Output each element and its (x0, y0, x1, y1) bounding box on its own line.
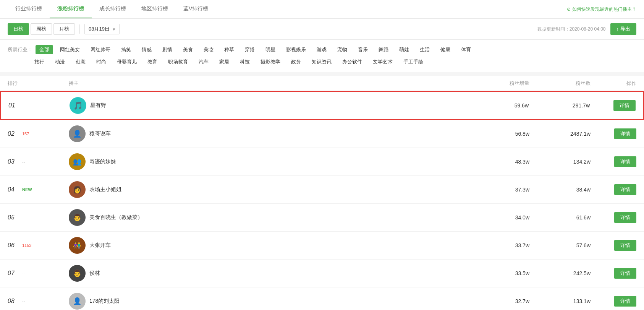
rank-cell: 03 -- (8, 158, 69, 165)
action-cell: 详情 (598, 296, 636, 307)
btn-week[interactable]: 周榜 (31, 23, 52, 35)
fans-growth: 33.5w (476, 270, 537, 276)
action-cell: 详情 (598, 156, 636, 167)
creator-cell: 👨 侯林 (69, 265, 476, 282)
creator-cell: 👤 178的刘太阳 (69, 293, 476, 310)
toolbar: 日榜 周榜 月榜 08月19日 ▾ 数据更新时间：2020-08-20 04:0… (0, 19, 644, 40)
rank-cell: 05 -- (8, 214, 69, 221)
detail-button[interactable]: 详情 (614, 212, 636, 223)
detail-button[interactable]: 详情 (614, 128, 636, 139)
action-cell: 详情 (598, 212, 636, 223)
filter-tag-bgr[interactable]: 办公软件 (338, 57, 366, 67)
filter-tag-lx[interactable]: 旅行 (31, 57, 48, 67)
col-fans-count: 粉丝数 (537, 80, 598, 87)
export-button[interactable]: ↑ 导出 (610, 23, 637, 35)
help-link[interactable]: ⊙ 如何快速发现最近的热门播主？ (567, 6, 636, 13)
toolbar-left: 日榜 周榜 月榜 08月19日 ▾ (8, 23, 120, 35)
detail-button[interactable]: 详情 (614, 240, 636, 251)
filter-tag-wd[interactable]: 舞蹈 (375, 45, 392, 54)
action-cell: 详情 (598, 128, 636, 139)
btn-day[interactable]: 日榜 (8, 23, 29, 35)
filter-tag-nhsg[interactable]: 网红帅哥 (87, 45, 114, 54)
creator-cell: 🎵 星有野 (70, 97, 475, 114)
detail-button[interactable]: 详情 (614, 184, 636, 195)
fans-count: 134.2w (537, 159, 598, 165)
filter-tag-zc[interactable]: 种草 (220, 45, 238, 54)
rank-cell: 08 -- (8, 298, 69, 305)
filter-tag-qiche[interactable]: 汽车 (195, 57, 212, 67)
creator-name: 星有野 (90, 102, 106, 109)
filter-tag-mw[interactable]: 萌娃 (395, 45, 413, 54)
table-row: 05 -- 👨 美食百晓生（教做菜） 34.0w 61.6w 详情 (0, 204, 644, 232)
filter-tag-jk[interactable]: 健康 (437, 45, 454, 54)
filter-tag-syjx[interactable]: 摄影教学 (257, 57, 284, 67)
rank-change: -- (22, 271, 25, 276)
rank-change: -- (22, 299, 25, 304)
nav-tabs: 行业排行榜 涨粉排行榜 成长排行榜 地区排行榜 蓝V排行榜 (8, 0, 216, 18)
filter-tag-zw[interactable]: 政务 (287, 57, 305, 67)
detail-button[interactable]: 详情 (614, 156, 636, 167)
export-icon: ↑ (616, 26, 619, 32)
date-selector[interactable]: 08月19日 ▾ (84, 24, 120, 34)
filter-tag-yl[interactable]: 音乐 (354, 45, 372, 54)
filter-tag-jq[interactable]: 剧情 (159, 45, 176, 54)
avatar: 👨 (69, 209, 86, 226)
filter-tag-zcjy[interactable]: 职场教育 (164, 57, 192, 67)
filter-tag-ty[interactable]: 体育 (457, 45, 475, 54)
filter-tag-mx[interactable]: 明星 (262, 45, 279, 54)
fans-count: 57.6w (537, 242, 598, 248)
filter-tag-qg[interactable]: 情感 (138, 45, 155, 54)
filter-tag-myey[interactable]: 母婴育儿 (113, 57, 141, 67)
rank-change: 1153 (22, 243, 31, 248)
filter-tag-ms[interactable]: 美食 (179, 45, 197, 54)
table-header: 排行 播主 粉丝增量 粉丝数 操作 (0, 76, 644, 91)
filter-tag-cy[interactable]: 创意 (72, 57, 89, 67)
detail-button[interactable]: 详情 (613, 100, 636, 111)
chevron-down-icon: ▾ (113, 26, 115, 32)
fans-growth: 32.7w (476, 298, 537, 304)
filter-tag-jy[interactable]: 教育 (144, 57, 161, 67)
filter-tag-sh[interactable]: 生活 (416, 45, 434, 54)
filter-tag-cd[interactable]: 穿搭 (241, 45, 259, 54)
filter-tag-dm[interactable]: 动漫 (51, 57, 69, 67)
col-creator: 播主 (69, 80, 476, 87)
nav-tab-growth[interactable]: 成长排行榜 (92, 0, 134, 18)
filter-tag-ss[interactable]: 时尚 (92, 57, 110, 67)
avatar: 🎵 (70, 97, 86, 114)
creator-cell: 👩 农场主小姐姐 (69, 181, 476, 198)
table-row: 02 157 👤 猿哥说车 56.8w 2487.1w 详情 (0, 120, 644, 148)
filter-tag-nhmn[interactable]: 网红美女 (56, 45, 84, 54)
update-time: 数据更新时间：2020-08-20 04:00 (537, 26, 606, 32)
action-cell: 详情 (598, 240, 636, 251)
nav-tab-industry[interactable]: 行业排行榜 (8, 0, 50, 18)
rank-cell: 06 1153 (8, 242, 69, 249)
filter-tag-mz[interactable]: 美妆 (200, 45, 217, 54)
filter-tag-kj[interactable]: 科技 (236, 57, 254, 67)
filter-section: 所属行业： 全部 网红美女 网红帅哥 搞笑 情感 剧情 美食 美妆 种草 穿搭 … (0, 40, 644, 72)
rank-change: -- (22, 159, 25, 164)
filter-tag-yx[interactable]: 游戏 (313, 45, 330, 54)
filter-tag-jj[interactable]: 家居 (215, 57, 233, 67)
industry-label: 所属行业： (8, 46, 32, 53)
table-row: 04 NEW 👩 农场主小姐姐 37.3w 38.4w 详情 (0, 176, 644, 204)
btn-month[interactable]: 月榜 (53, 23, 75, 35)
filter-tag-wxys[interactable]: 文学艺术 (369, 57, 396, 67)
rank-change: -- (23, 103, 26, 108)
detail-button[interactable]: 详情 (614, 296, 636, 307)
creator-cell: 👫 大张开车 (69, 237, 476, 254)
fans-growth: 33.7w (476, 242, 537, 248)
table-container: 排行 播主 粉丝增量 粉丝数 操作 01 -- 🎵 星有野 59.6w 291.… (0, 76, 644, 310)
filter-tag-gx[interactable]: 搞笑 (117, 45, 135, 54)
nav-tab-region[interactable]: 地区排行榜 (134, 0, 176, 18)
detail-button[interactable]: 详情 (614, 268, 636, 279)
nav-tab-bluev[interactable]: 蓝V排行榜 (176, 0, 216, 18)
rank-number: 04 (8, 186, 19, 193)
action-cell: 详情 (597, 100, 636, 111)
nav-tab-fans[interactable]: 涨粉排行榜 (50, 0, 92, 18)
filter-tag-ysyl[interactable]: 影视娱乐 (282, 45, 310, 54)
filter-tag-zszx[interactable]: 知识资讯 (308, 57, 335, 67)
filter-tag-all[interactable]: 全部 (36, 45, 53, 54)
avatar: 👩 (69, 181, 86, 198)
filter-tag-cw[interactable]: 宠物 (333, 45, 351, 54)
filter-tag-sgsh[interactable]: 手工手绘 (400, 57, 427, 67)
